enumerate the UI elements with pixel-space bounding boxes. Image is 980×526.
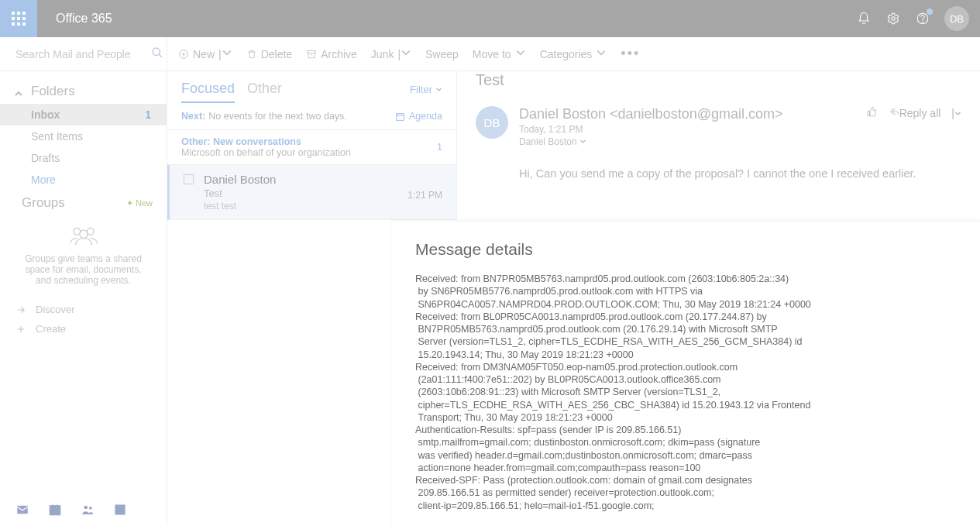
details-text[interactable]: Received: from BN7PR05MB5763.namprd05.pr… (415, 273, 957, 512)
sender-avatar: DB (476, 106, 508, 139)
svg-rect-16 (17, 506, 28, 514)
tab-focused[interactable]: Focused (181, 81, 235, 103)
svg-point-12 (153, 48, 160, 55)
groups-header[interactable]: Groups ✦ New (0, 191, 167, 215)
message-item[interactable]: Daniel Boston Test test test 1:21 PM (167, 165, 456, 220)
like-icon[interactable] (867, 106, 878, 119)
received-time: Today, 1:21 PM (519, 124, 856, 135)
calendar-small-icon (395, 112, 405, 122)
folder-sent[interactable]: Sent Items (0, 125, 167, 147)
reply-all-icon (889, 106, 899, 117)
discover-link[interactable]: Discover (0, 300, 167, 319)
brand-title: Office 365 (37, 12, 856, 26)
tasks-icon[interactable] (113, 503, 127, 517)
svg-rect-4 (17, 17, 20, 20)
delete-button[interactable]: Delete (246, 48, 292, 60)
next-text: No events for the next two days. (208, 111, 347, 122)
moveto-button[interactable]: Move to (473, 47, 526, 60)
reply-dropdown[interactable]: | (951, 107, 961, 119)
mail-icon[interactable] (15, 503, 29, 517)
tab-other[interactable]: Other (247, 81, 282, 101)
svg-rect-7 (17, 22, 20, 26)
chevron-up-icon (14, 87, 23, 96)
svg-point-11 (923, 22, 923, 22)
svg-rect-5 (22, 17, 26, 20)
user-avatar[interactable]: DB (944, 6, 969, 31)
app-launcher-button[interactable] (0, 0, 37, 37)
search-input[interactable] (15, 48, 151, 60)
trash-icon (246, 49, 257, 60)
svg-point-9 (892, 17, 896, 21)
people-nav-icon[interactable] (81, 503, 95, 517)
svg-rect-6 (12, 22, 15, 26)
search-icon[interactable] (151, 46, 163, 62)
calendar-icon[interactable] (48, 503, 62, 517)
people-icon (67, 225, 100, 246)
folder-drafts[interactable]: Drafts (0, 147, 167, 169)
sender-name: Daniel Boston <danielboston@gmail.com> (519, 106, 856, 122)
other-conversations[interactable]: Other: New conversations Microsoft on be… (167, 130, 456, 165)
reading-subject: Test (476, 71, 961, 89)
bottom-nav (0, 493, 167, 526)
message-details-panel: Message details Received: from BN7PR05MB… (392, 221, 980, 526)
folder-inbox[interactable]: Inbox1 (0, 104, 167, 125)
archive-icon (306, 49, 317, 60)
next-label: Next: (181, 111, 205, 122)
chevron-down-icon[interactable] (579, 136, 586, 147)
plus-circle-icon (178, 49, 189, 60)
svg-rect-3 (12, 17, 15, 20)
plus-icon (15, 324, 26, 335)
svg-rect-22 (308, 50, 316, 53)
more-button[interactable]: ••• (621, 46, 640, 62)
help-icon[interactable] (915, 11, 930, 26)
svg-rect-8 (22, 22, 26, 26)
svg-rect-1 (17, 12, 20, 15)
svg-rect-17 (50, 506, 60, 515)
junk-button[interactable]: Junk| (371, 47, 411, 60)
sidebar: Folders Inbox1 Sent Items Drafts More Gr… (0, 37, 167, 526)
svg-point-15 (79, 230, 88, 239)
svg-rect-0 (12, 12, 15, 15)
archive-button[interactable]: Archive (306, 48, 357, 60)
recipient-name: Daniel Boston (519, 136, 577, 147)
svg-point-18 (84, 506, 88, 510)
svg-rect-2 (22, 12, 26, 15)
command-bar: New| Delete Archive Junk| Sweep Move to … (167, 37, 980, 71)
sweep-button[interactable]: Sweep (425, 48, 459, 60)
settings-icon[interactable] (885, 11, 901, 26)
message-from: Daniel Boston (204, 173, 442, 186)
message-body: Hi, Can you send me a copy of the propos… (476, 147, 961, 183)
folder-more[interactable]: More (0, 169, 167, 191)
new-button[interactable]: New| (178, 47, 232, 60)
new-group-link[interactable]: ✦ New (126, 198, 153, 208)
categories-button[interactable]: Categories (540, 47, 607, 60)
details-title: Message details (415, 240, 957, 259)
message-checkbox[interactable] (184, 174, 194, 184)
svg-point-19 (89, 507, 92, 510)
groups-empty: Groups give teams a shared space for ema… (0, 215, 167, 295)
message-time: 1:21 PM (407, 190, 442, 201)
top-bar: Office 365 DB (0, 0, 980, 37)
arrow-right-icon (15, 304, 26, 315)
message-preview: test test (204, 201, 442, 211)
notifications-icon[interactable] (856, 11, 872, 26)
reply-all-button[interactable]: Reply all (889, 106, 941, 119)
agenda-link[interactable]: Agenda (395, 111, 442, 122)
message-subject: Test (204, 187, 442, 199)
create-link[interactable]: Create (0, 319, 167, 339)
folders-header[interactable]: Folders (0, 79, 167, 104)
svg-rect-23 (397, 113, 404, 120)
filter-button[interactable]: Filter (410, 84, 442, 95)
